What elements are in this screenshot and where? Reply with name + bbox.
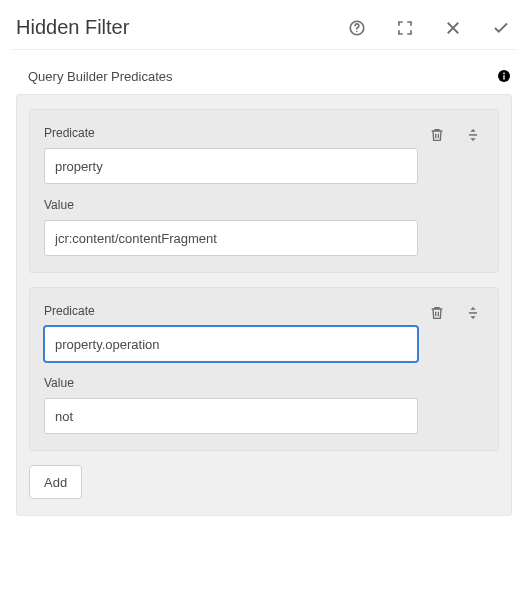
svg-rect-6 bbox=[469, 312, 477, 313]
value-input[interactable] bbox=[44, 220, 418, 256]
predicate-label: Predicate bbox=[44, 126, 418, 140]
delete-icon[interactable] bbox=[428, 126, 446, 144]
predicate-input[interactable] bbox=[44, 148, 418, 184]
header-actions bbox=[348, 19, 510, 37]
dialog-header: Hidden Filter bbox=[0, 0, 528, 49]
info-icon[interactable] bbox=[496, 68, 512, 84]
dialog-title: Hidden Filter bbox=[16, 16, 348, 39]
svg-rect-5 bbox=[469, 134, 477, 135]
value-label: Value bbox=[44, 376, 418, 390]
section-header: Query Builder Predicates bbox=[0, 68, 528, 90]
svg-point-1 bbox=[356, 30, 358, 32]
delete-icon[interactable] bbox=[428, 304, 446, 322]
predicate-card: Predicate Value bbox=[29, 287, 499, 451]
header-divider bbox=[12, 49, 516, 50]
predicate-card: Predicate Value bbox=[29, 109, 499, 273]
help-icon[interactable] bbox=[348, 19, 366, 37]
fullscreen-icon[interactable] bbox=[396, 19, 414, 37]
predicate-input[interactable] bbox=[44, 326, 418, 362]
reorder-icon[interactable] bbox=[464, 126, 482, 144]
close-icon[interactable] bbox=[444, 19, 462, 37]
value-label: Value bbox=[44, 198, 418, 212]
section-title: Query Builder Predicates bbox=[28, 69, 496, 84]
value-input[interactable] bbox=[44, 398, 418, 434]
svg-rect-4 bbox=[503, 75, 504, 80]
confirm-icon[interactable] bbox=[492, 19, 510, 37]
predicates-panel: Predicate Value Pr bbox=[16, 94, 512, 516]
svg-point-3 bbox=[503, 72, 505, 74]
predicate-label: Predicate bbox=[44, 304, 418, 318]
reorder-icon[interactable] bbox=[464, 304, 482, 322]
add-button[interactable]: Add bbox=[29, 465, 82, 499]
